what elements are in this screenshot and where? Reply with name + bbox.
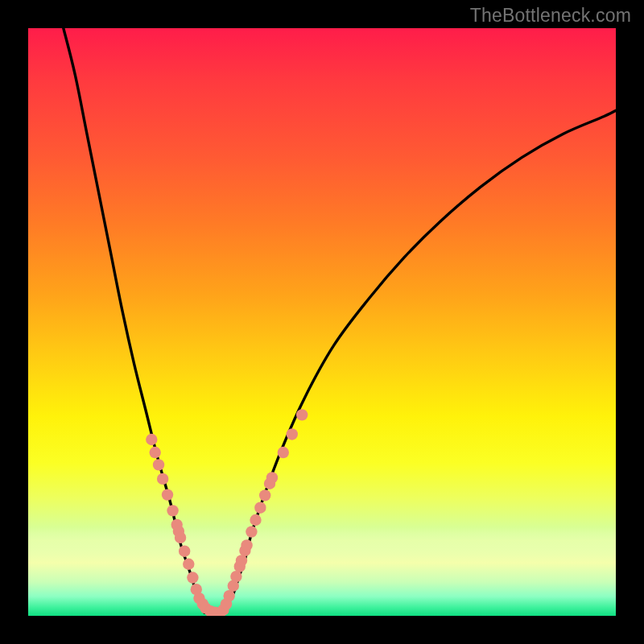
markers-right <box>217 409 308 616</box>
data-marker <box>287 428 298 440</box>
data-marker <box>296 409 308 420</box>
data-marker <box>278 447 289 458</box>
data-marker <box>187 572 198 583</box>
chart-frame: TheBottleneck.com <box>0 0 644 644</box>
data-marker <box>175 532 186 543</box>
data-marker <box>162 489 173 500</box>
plot-area <box>28 28 616 616</box>
data-marker <box>230 571 242 582</box>
data-marker <box>167 505 178 516</box>
data-marker <box>153 459 164 470</box>
markers-left <box>146 434 225 616</box>
data-marker <box>246 526 257 537</box>
curve-path <box>222 110 616 613</box>
data-marker <box>223 590 234 601</box>
curve-right <box>222 110 616 613</box>
data-marker <box>254 502 266 513</box>
data-marker <box>179 546 190 557</box>
data-marker <box>259 489 270 501</box>
data-marker <box>149 447 160 458</box>
data-marker <box>157 473 168 485</box>
data-marker <box>146 434 157 445</box>
data-marker <box>236 555 247 566</box>
data-marker <box>250 514 261 526</box>
data-marker <box>266 472 278 483</box>
data-marker <box>241 539 252 551</box>
chart-svg <box>28 28 616 616</box>
data-marker <box>183 559 194 570</box>
watermark-text: TheBottleneck.com <box>470 5 631 27</box>
curve-left <box>64 28 204 613</box>
curve-path <box>64 28 204 613</box>
